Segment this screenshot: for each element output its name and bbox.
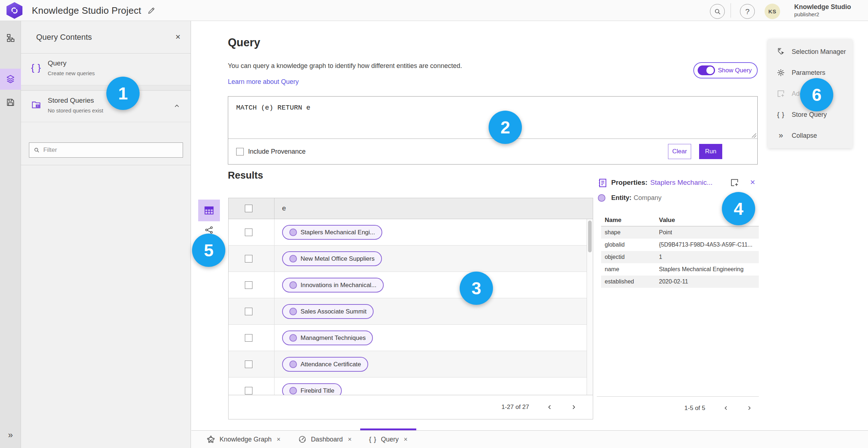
user-avatar[interactable]: KS xyxy=(765,4,780,19)
entity-circle-icon xyxy=(289,387,297,394)
chevron-up-icon[interactable] xyxy=(173,102,180,110)
filter-field[interactable] xyxy=(29,142,183,158)
left-icon-rail: » xyxy=(0,21,21,448)
tab-query-active[interactable]: { } Query × xyxy=(360,431,416,448)
entity-pill-label: Attendance Certificate xyxy=(301,361,361,368)
include-provenance-label: Include Provenance xyxy=(248,148,306,155)
chevron-left-icon xyxy=(546,404,553,410)
selection-manager-icon xyxy=(776,47,785,56)
panel-gap xyxy=(21,85,191,90)
tab-knowledge-graph[interactable]: Knowledge Graph × xyxy=(198,431,289,448)
properties-doc-icon xyxy=(597,178,608,188)
tab-dashboard[interactable]: Dashboard × xyxy=(289,431,361,448)
resize-handle-icon[interactable] xyxy=(752,133,756,138)
entity-pill[interactable]: Firebird Title xyxy=(282,383,342,395)
entity-pill[interactable]: Staplers Mechanical Engi... xyxy=(282,225,382,240)
search-button[interactable] xyxy=(710,4,725,19)
show-query-toggle[interactable]: Show Query xyxy=(693,62,758,78)
entity-pill[interactable]: Sales Associate Summit xyxy=(282,304,374,319)
entity-circle-icon xyxy=(289,334,297,342)
save-icon xyxy=(6,98,15,107)
entity-pill[interactable]: Managment Techniques xyxy=(282,330,373,345)
entity-pill-label: Firebird Title xyxy=(301,387,335,394)
save-rail-button[interactable] xyxy=(0,92,21,113)
selection-manager-button[interactable]: Selection Manager xyxy=(768,41,852,62)
app-logo-icon[interactable] xyxy=(7,2,22,19)
properties-range-label: 1-5 of 5 xyxy=(684,405,705,412)
table-row: Attendance Certificate xyxy=(229,351,593,377)
contents-rail-button-selected[interactable] xyxy=(0,69,21,90)
previous-page-button[interactable] xyxy=(545,402,554,412)
table-view-button-selected[interactable] xyxy=(198,200,220,221)
toggle-track[interactable] xyxy=(698,65,715,75)
row-checkbox[interactable] xyxy=(245,255,252,263)
sitemap-icon xyxy=(6,33,15,43)
properties-close-icon[interactable]: × xyxy=(750,177,755,187)
property-value: Point xyxy=(659,229,672,236)
previous-page-button[interactable] xyxy=(721,404,731,413)
close-tab-icon[interactable]: × xyxy=(277,436,281,443)
entity-circle-icon xyxy=(289,360,297,368)
property-row: established 2020-02-11 xyxy=(601,276,759,288)
results-table-body: Staplers Mechanical Engi... New Metal Of… xyxy=(229,219,593,395)
expand-rail-button[interactable]: » xyxy=(0,430,21,440)
query-item[interactable]: { } Query Create new queries xyxy=(21,54,191,85)
property-name: established xyxy=(601,278,659,285)
knowledge-studio-app: Knowledge Studio Project ? KS Knowledge … xyxy=(0,0,868,448)
name-column-header: Name xyxy=(601,217,659,224)
properties-entity-link[interactable]: Staplers Mechanic... xyxy=(650,179,712,187)
collapse-button[interactable]: » Collapse xyxy=(768,125,852,146)
panel-close-icon[interactable]: × xyxy=(175,32,180,42)
run-button[interactable]: Run xyxy=(699,144,722,159)
table-row: Firebird Title xyxy=(229,377,593,395)
callout-badge: 6 xyxy=(800,78,833,111)
add-to-map-icon[interactable] xyxy=(730,178,739,187)
column-divider xyxy=(274,351,275,377)
panel-title: Query Contents xyxy=(36,33,92,42)
user-info[interactable]: Knowledge Studio publisher2 xyxy=(794,3,851,18)
query-item-subtitle: Create new queries xyxy=(48,70,95,76)
add-to-map-icon xyxy=(776,89,785,98)
entity-circle-icon xyxy=(289,255,297,263)
entity-pill[interactable]: New Metal Office Suppliers xyxy=(282,251,382,266)
search-icon xyxy=(714,8,721,15)
results-scrollbar[interactable] xyxy=(587,219,593,395)
next-page-button[interactable] xyxy=(569,402,578,412)
select-all-checkbox[interactable] xyxy=(245,205,252,212)
row-checkbox[interactable] xyxy=(245,308,252,315)
column-divider xyxy=(274,198,275,219)
chevron-right-icon xyxy=(570,404,577,410)
row-checkbox[interactable] xyxy=(245,387,252,394)
results-title: Results xyxy=(228,170,263,181)
row-checkbox[interactable] xyxy=(245,360,252,368)
property-value: {5D9B4713-F98D-4A53-A59F-C11... xyxy=(659,242,753,248)
include-provenance-checkbox[interactable] xyxy=(236,148,244,155)
entity-pill[interactable]: Attendance Certificate xyxy=(282,357,368,372)
clear-button[interactable]: Clear xyxy=(668,144,691,159)
stored-queries-item[interactable]: Stored Queries No stored queries exist xyxy=(21,90,191,122)
row-checkbox[interactable] xyxy=(245,281,252,289)
knowledge-graph-icon xyxy=(207,435,215,444)
data-model-rail-button[interactable] xyxy=(0,27,21,48)
learn-more-link[interactable]: Learn more about Query xyxy=(228,78,299,86)
column-header-e: e xyxy=(282,204,286,212)
scrollbar-thumb[interactable] xyxy=(588,221,592,252)
help-button[interactable]: ? xyxy=(740,4,755,19)
row-checkbox[interactable] xyxy=(245,229,252,236)
close-tab-icon[interactable]: × xyxy=(404,436,408,443)
parameters-label: Parameters xyxy=(792,69,825,77)
column-divider xyxy=(274,219,275,245)
property-row: name Staplers Mechanical Engineering xyxy=(601,263,759,276)
row-checkbox[interactable] xyxy=(245,334,252,342)
next-page-button[interactable] xyxy=(744,404,754,413)
filter-input[interactable] xyxy=(43,146,178,154)
results-range-label: 1-27 of 27 xyxy=(501,404,529,411)
entity-pill[interactable]: Innovations in Mechanical... xyxy=(282,278,384,293)
query-section-title: Query xyxy=(228,36,260,49)
close-tab-icon[interactable]: × xyxy=(348,436,352,443)
entity-circle-icon xyxy=(598,194,605,202)
layers-icon xyxy=(5,74,16,84)
edit-title-icon[interactable] xyxy=(145,5,157,17)
results-table: e Staplers Mechanical Engi... xyxy=(228,198,593,419)
property-name: shape xyxy=(601,229,659,236)
